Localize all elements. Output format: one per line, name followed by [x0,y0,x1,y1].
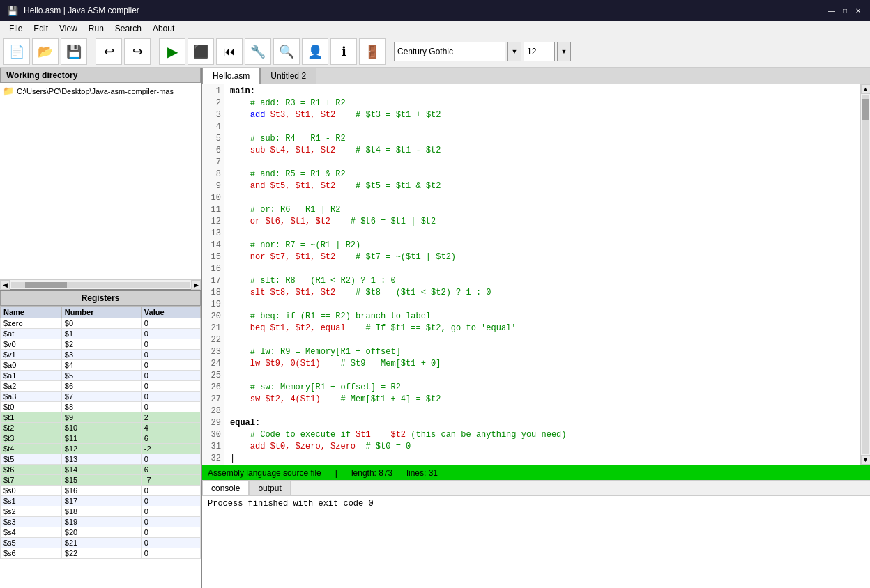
register-row: $s2$180 [1,506,201,517]
working-directory-header: Working directory [0,68,201,83]
bottom-tabs: console output [202,481,870,496]
undo-button[interactable]: ↩ [96,38,122,65]
register-row: $t3$116 [1,433,201,444]
title-bar: 💾 Hello.asm | Java ASM compiler — □ ✕ [0,0,870,21]
status-separator: | [335,468,337,478]
line-num-14: 14 [202,240,221,252]
register-row: $s4$200 [1,527,201,538]
menu-edit[interactable]: Edit [28,22,54,35]
console-output: Process finished with exit code 0 [202,496,870,588]
register-row: $a3$70 [1,392,201,402]
line-num-10: 10 [202,192,221,204]
line-num-2: 2 [202,98,221,109]
registers-table-wrapper[interactable]: Name Number Value $zero$00$at$10$v0$20$v… [0,306,201,588]
register-row: $t1$92 [1,412,201,423]
register-row: $t6$146 [1,465,201,475]
menu-run[interactable]: Run [83,22,109,35]
redo-button[interactable]: ↪ [124,38,151,65]
vscroll-track [862,95,869,454]
line-num-22: 22 [202,334,221,346]
close-button[interactable]: ✕ [853,6,863,15]
line-num-29: 29 [202,417,221,429]
line-num-32: 32 [202,453,221,465]
line-num-25: 25 [202,370,221,382]
status-file-type: Assembly language source file [208,468,321,478]
open-button[interactable]: 📂 [32,38,59,65]
main-layout: Working directory 📁 C:\Users\PC\Desktop\… [0,68,870,588]
new-button[interactable]: 📄 [3,38,30,65]
find-button[interactable]: 🔍 [273,38,300,65]
tools-button[interactable]: 🔧 [245,38,271,65]
directory-path: C:\Users\PC\Desktop\Java-asm-compiler-ma… [17,87,174,95]
menu-bar: File Edit View Run Search About [0,21,870,36]
col-name: Name [1,307,62,318]
info-button[interactable]: ℹ [330,38,357,65]
registers-panel: Registers Name Number Value $zero$00$at$… [0,291,201,588]
line-num-15: 15 [202,252,221,263]
register-row: $s6$220 [1,548,201,559]
tab-untitled-2[interactable]: Untitled 2 [260,68,316,84]
line-num-11: 11 [202,204,221,216]
line-num-12: 12 [202,216,221,228]
register-row: $s3$190 [1,517,201,527]
line-num-13: 13 [202,228,221,240]
line-num-21: 21 [202,323,221,334]
directory-item[interactable]: 📁 C:\Users\PC\Desktop\Java-asm-compiler-… [2,85,199,97]
scroll-left-button[interactable]: ◀ [0,280,10,290]
tab-output[interactable]: output [249,481,290,495]
person-button[interactable]: 👤 [302,38,328,65]
exit-button[interactable]: 🚪 [359,38,386,65]
code-editor[interactable]: main: # add: R3 = R1 + R2 add $t3, $t1, … [224,84,860,465]
line-num-24: 24 [202,358,221,370]
reset-button[interactable]: ⏮ [216,38,243,65]
register-row: $a2$60 [1,381,201,392]
font-selector[interactable]: Century Gothic [394,42,505,61]
folder-icon: 📁 [3,86,14,96]
tab-console[interactable]: console [202,481,249,495]
line-num-16: 16 [202,263,221,275]
register-row: $a1$50 [1,371,201,381]
menu-search[interactable]: Search [109,22,147,35]
menu-view[interactable]: View [54,22,83,35]
scroll-down-button[interactable]: ▼ [861,455,871,465]
step-button[interactable]: ⬛ [188,38,214,65]
font-dropdown-button[interactable]: ▼ [508,42,521,61]
scroll-thumb[interactable] [25,282,67,288]
register-row: $v1$30 [1,350,201,360]
maximize-button[interactable]: □ [840,6,850,15]
register-row: $t2$104 [1,423,201,433]
size-dropdown-button[interactable]: ▼ [557,42,571,61]
register-row: $at$10 [1,329,201,339]
vscroll-thumb[interactable] [862,99,869,120]
line-num-20: 20 [202,311,221,323]
register-row: $t0$80 [1,402,201,412]
save-button[interactable]: 💾 [61,38,87,65]
register-row: $s0$160 [1,486,201,496]
line-num-5: 5 [202,133,221,145]
line-num-30: 30 [202,429,221,441]
line-num-26: 26 [202,382,221,394]
register-row: $zero$00 [1,318,201,329]
line-num-19: 19 [202,299,221,311]
left-panel: Working directory 📁 C:\Users\PC\Desktop\… [0,68,202,588]
register-row: $a0$40 [1,360,201,371]
line-num-4: 4 [202,121,221,133]
scroll-right-button[interactable]: ▶ [191,280,201,290]
editor-vertical-scrollbar[interactable]: ▲ ▼ [860,84,870,465]
tab-hello-asm[interactable]: Hello.asm [202,68,260,84]
font-size-selector[interactable]: 12 [524,42,555,61]
window-controls: — □ ✕ [827,6,863,15]
run-button[interactable]: ▶ [159,38,185,65]
line-num-1: 1 [202,86,221,98]
scroll-up-button[interactable]: ▲ [861,84,871,94]
col-value: Value [141,307,200,318]
menu-about[interactable]: About [147,22,180,35]
status-bar: Assembly language source file | length: … [202,465,870,480]
register-row: $v0$20 [1,339,201,350]
minimize-button[interactable]: — [827,6,837,15]
registers-tbody: $zero$00$at$10$v0$20$v1$30$a0$40$a1$50$a… [1,318,201,559]
title-text: Hello.asm | Java ASM compiler [24,6,139,15]
editor-wrapper: 1 2 3 4 5 6 7 8 9 10 11 12 13 14 15 16 1… [202,84,870,465]
menu-file[interactable]: File [3,22,28,35]
line-num-18: 18 [202,287,221,299]
